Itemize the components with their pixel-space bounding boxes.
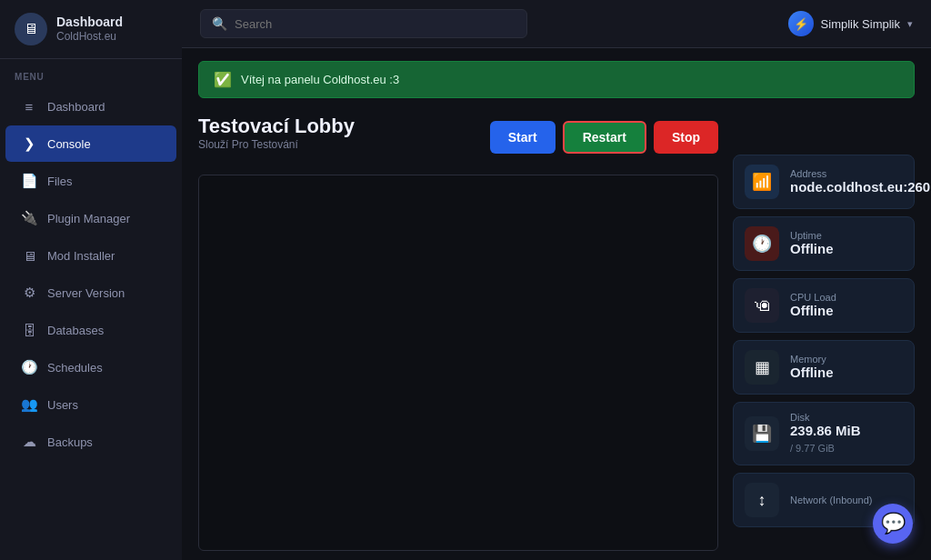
main-area: 🔍 ⚡ Simplik Simplik ▾ ✅ Vítej na panelu … bbox=[182, 0, 931, 560]
sidebar-item-label: Backups bbox=[47, 435, 93, 449]
dashboard-icon: ≡ bbox=[20, 97, 38, 115]
sidebar-item-plugin-manager[interactable]: 🔌 Plugin Manager bbox=[5, 200, 176, 236]
sidebar-brand-title: Dashboard ColdHost.eu bbox=[56, 15, 123, 43]
plugin-manager-icon: 🔌 bbox=[20, 209, 38, 227]
stat-info: Address node.coldhost.eu:26012 bbox=[790, 168, 931, 195]
check-circle-icon: ✅ bbox=[214, 71, 232, 88]
avatar: ⚡ bbox=[788, 11, 814, 36]
sidebar-item-label: Schedules bbox=[47, 361, 103, 375]
sidebar-item-console[interactable]: ❯ Console bbox=[5, 125, 176, 162]
sidebar-header: 🖥 Dashboard ColdHost.eu bbox=[0, 0, 182, 59]
server-version-icon: ⚙ bbox=[20, 284, 38, 302]
sidebar-item-dashboard[interactable]: ≡ Dashboard bbox=[5, 88, 176, 125]
stat-card-address: 📶 Address node.coldhost.eu:26012 bbox=[733, 155, 915, 209]
stat-card-uptime: 🕐 Uptime Offline bbox=[733, 216, 915, 271]
welcome-banner: ✅ Vítej na panelu Coldhost.eu :3 bbox=[198, 61, 915, 98]
stat-value: 239.86 MiB bbox=[790, 423, 861, 439]
sidebar-item-label: Mod Installer bbox=[47, 249, 115, 263]
menu-label: MENU bbox=[0, 59, 182, 87]
stat-label: Disk bbox=[790, 412, 861, 423]
topbar: 🔍 ⚡ Simplik Simplik ▾ bbox=[182, 0, 931, 48]
uptime-icon: 🕐 bbox=[745, 226, 779, 261]
users-icon: 👥 bbox=[20, 395, 38, 414]
server-section: Testovací Lobby Slouží Pro Testování Sta… bbox=[182, 105, 931, 560]
stat-value: node.coldhost.eu:26012 bbox=[790, 179, 931, 195]
stat-value: Offline bbox=[790, 241, 834, 257]
stat-info: Memory Offline bbox=[790, 354, 834, 381]
sidebar-item-backups[interactable]: ☁ Backups bbox=[5, 424, 176, 460]
banner-message: Vítej na panelu Coldhost.eu :3 bbox=[241, 73, 399, 86]
brand-title: Dashboard bbox=[56, 15, 123, 30]
server-description: Slouží Pro Testování bbox=[198, 138, 355, 151]
server-title-row: Testovací Lobby Slouží Pro Testování Sta… bbox=[198, 115, 718, 160]
files-icon: 📄 bbox=[20, 172, 38, 190]
stat-card-cpu-load: 🖲 CPU Load Offline bbox=[733, 278, 915, 333]
stat-info: Uptime Offline bbox=[790, 230, 834, 257]
mod-installer-icon: 🖥 bbox=[20, 246, 38, 265]
console-icon: ❯ bbox=[20, 135, 38, 153]
nav-list: ≡ Dashboard ❯ Console 📄 Files 🔌 Plugin M… bbox=[0, 87, 182, 461]
discord-button[interactable]: 💬 bbox=[873, 504, 913, 544]
restart-button[interactable]: Restart bbox=[563, 121, 646, 154]
search-input[interactable] bbox=[235, 17, 516, 31]
stat-card-memory: ▦ Memory Offline bbox=[733, 340, 915, 395]
databases-icon: 🗄 bbox=[20, 321, 38, 339]
stat-label: CPU Load bbox=[790, 292, 836, 303]
sidebar-item-label: Files bbox=[47, 175, 72, 188]
start-button[interactable]: Start bbox=[490, 121, 556, 154]
backups-icon: ☁ bbox=[20, 433, 38, 451]
sidebar-item-label: Server Version bbox=[47, 286, 125, 300]
sidebar-item-schedules[interactable]: 🕐 Schedules bbox=[5, 349, 176, 385]
sidebar-item-server-version[interactable]: ⚙ Server Version bbox=[5, 275, 176, 311]
address-icon: 📶 bbox=[745, 165, 779, 199]
network-inbound-icon: ↕ bbox=[745, 483, 779, 517]
user-menu[interactable]: ⚡ Simplik Simplik ▾ bbox=[788, 11, 913, 36]
action-buttons: Start Restart Stop bbox=[490, 121, 718, 154]
sidebar-item-label: Plugin Manager bbox=[47, 212, 130, 225]
console-area bbox=[198, 175, 718, 551]
cpu-load-icon: 🖲 bbox=[745, 288, 779, 323]
server-name: Testovací Lobby bbox=[198, 115, 355, 138]
stat-label: Uptime bbox=[790, 230, 834, 241]
stat-subvalue: / 9.77 GiB bbox=[790, 443, 835, 454]
search-box[interactable]: 🔍 bbox=[200, 9, 527, 38]
disk-icon: 💾 bbox=[745, 416, 779, 451]
schedules-icon: 🕐 bbox=[20, 358, 38, 376]
sidebar-item-users[interactable]: 👥 Users bbox=[5, 386, 176, 423]
search-icon: 🔍 bbox=[212, 16, 227, 31]
sidebar-item-mod-installer[interactable]: 🖥 Mod Installer bbox=[5, 237, 176, 274]
sidebar: 🖥 Dashboard ColdHost.eu MENU ≡ Dashboard… bbox=[0, 0, 182, 560]
stat-info: CPU Load Offline bbox=[790, 292, 836, 319]
stat-value: Offline bbox=[790, 365, 834, 381]
stop-button[interactable]: Stop bbox=[654, 121, 718, 154]
user-name: Simplik Simplik bbox=[821, 17, 900, 31]
stat-label: Memory bbox=[790, 354, 834, 365]
stat-value: Offline bbox=[790, 303, 836, 319]
stat-label: Address bbox=[790, 168, 931, 179]
sidebar-item-label: Console bbox=[47, 137, 91, 151]
chevron-down-icon: ▾ bbox=[907, 18, 913, 30]
sidebar-logo: 🖥 bbox=[15, 13, 47, 45]
memory-icon: ▦ bbox=[745, 350, 779, 385]
sidebar-item-label: Dashboard bbox=[47, 100, 105, 114]
sidebar-item-label: Databases bbox=[47, 324, 104, 337]
sidebar-item-files[interactable]: 📄 Files bbox=[5, 163, 176, 199]
server-left: Testovací Lobby Slouží Pro Testování Sta… bbox=[198, 115, 718, 551]
stat-card-disk: 💾 Disk 239.86 MiB / 9.77 GiB bbox=[733, 402, 915, 465]
stat-info: Network (Inbound) bbox=[790, 495, 873, 505]
stat-info: Disk 239.86 MiB / 9.77 GiB bbox=[790, 412, 861, 455]
stat-label: Network (Inbound) bbox=[790, 495, 873, 505]
sidebar-item-label: Users bbox=[47, 398, 78, 412]
content-area: ✅ Vítej na panelu Coldhost.eu :3 Testova… bbox=[182, 48, 931, 560]
logo-icon: 🖥 bbox=[24, 21, 38, 37]
stats-sidebar: 📶 Address node.coldhost.eu:26012 🕐 Uptim… bbox=[733, 115, 915, 551]
discord-icon: 💬 bbox=[881, 512, 906, 535]
sidebar-item-databases[interactable]: 🗄 Databases bbox=[5, 312, 176, 348]
brand-subtitle: ColdHost.eu bbox=[56, 30, 123, 43]
